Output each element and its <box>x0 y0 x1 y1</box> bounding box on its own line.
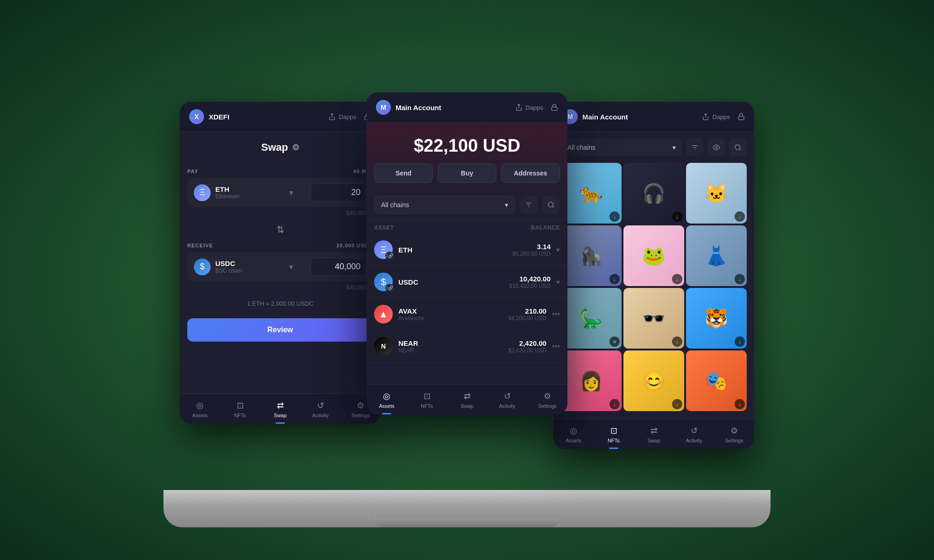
swap-settings-icon[interactable]: ⚙ <box>292 142 299 153</box>
nft-overlay-10: ↓ <box>609 399 620 409</box>
eth-token-icon: Ξ <box>194 184 211 201</box>
avax-asset-row[interactable]: ▲ AVAX Avalanche 210.00 $4,200.00 USD ••… <box>367 298 567 330</box>
widgets-container: X XDEFI Dapps Swap ⚙ <box>166 92 768 440</box>
assets-dapps-btn[interactable]: Dapps <box>515 104 543 111</box>
review-button[interactable]: Review <box>187 318 373 342</box>
swap-direction-arrow[interactable]: ⇅ <box>180 220 381 239</box>
nft-item-5[interactable]: 🐸 ↓ <box>623 225 684 286</box>
svg-line-16 <box>739 149 741 150</box>
pay-token-dropdown[interactable]: ▾ <box>289 188 293 198</box>
chain-filter-btn[interactable] <box>520 196 538 214</box>
svg-line-8 <box>552 206 554 208</box>
share-icon <box>328 113 336 120</box>
nft-item-9[interactable]: 🐯 ↓ <box>686 288 747 349</box>
nft-filter-btn[interactable] <box>686 139 704 156</box>
assets-nav-assets[interactable]: ◎ Assets <box>367 389 407 411</box>
avax-more-icon[interactable]: ••• <box>552 310 560 318</box>
nft-nav-activity[interactable]: ↺ Activity <box>674 424 714 445</box>
nft-item-2[interactable]: 🎧 ↓ <box>623 163 684 224</box>
center-swap-icon: ⇄ <box>464 391 471 401</box>
usdc-expand-icon[interactable]: ▾ <box>556 278 560 287</box>
center-settings-icon: ⚙ <box>544 391 551 401</box>
chain-select[interactable]: All chains ▾ <box>374 196 515 214</box>
usdc-usd: $10,420.00 USD <box>509 283 551 289</box>
avax-usd: $4,200.00 USD <box>508 315 546 322</box>
near-subname: NEAR <box>398 347 502 354</box>
nft-item-6[interactable]: 👗 ↓ <box>686 225 747 286</box>
addresses-button[interactable]: Addresses <box>501 163 560 183</box>
receive-token-dropdown[interactable]: ▾ <box>289 262 293 272</box>
assets-nav-activity[interactable]: ↺ Activity <box>487 389 527 411</box>
send-button[interactable]: Send <box>374 163 433 183</box>
usdc-amount: 10,420.00 <box>509 275 551 283</box>
nft-lock-btn[interactable] <box>737 113 745 120</box>
assets-nav-settings[interactable]: ⚙ Settings <box>527 389 567 411</box>
nft-item-1[interactable]: 🐆 ↓ <box>561 163 622 224</box>
right-assets-label: Assets <box>566 438 581 443</box>
nft-chain-select[interactable]: All chains ▾ <box>561 139 682 156</box>
center-activity-icon: ↺ <box>504 391 511 401</box>
assets-lock-btn[interactable] <box>551 104 558 111</box>
nft-nav-settings[interactable]: ⚙ Settings <box>714 424 754 445</box>
near-icon-wrap: N <box>374 337 393 356</box>
pay-amount-input[interactable] <box>311 183 367 202</box>
nft-nav-nfts[interactable]: ⊡ NFTs <box>594 424 634 445</box>
chain-select-label: All chains <box>381 201 409 209</box>
center-nfts-label: NFTs <box>421 403 433 409</box>
buy-button[interactable]: Buy <box>438 163 496 183</box>
swap-nav-activity[interactable]: ↺ Activity <box>300 399 340 420</box>
swap-nav-nfts[interactable]: ⊡ NFTs <box>220 399 260 420</box>
nft-nav-assets[interactable]: ◎ Assets <box>553 424 594 445</box>
laptop-base <box>163 490 771 527</box>
asset-col-header: ASSET <box>374 224 394 231</box>
usdc-token-chain: BSC chain <box>215 267 284 274</box>
pay-usd: $40,000 <box>187 209 373 220</box>
svg-point-14 <box>715 147 717 148</box>
nft-item-11[interactable]: 😊 ↓ <box>623 350 684 411</box>
eth-expand-icon[interactable]: ▾ <box>556 245 560 254</box>
avax-subname: Avalanche <box>398 315 502 322</box>
lock-icon-center <box>551 104 558 111</box>
swap-dapps-btn[interactable]: Dapps <box>328 113 356 120</box>
swap-nav-assets[interactable]: ◎ Assets <box>180 399 220 420</box>
pay-token-row: Ξ ETH Ethereum ▾ <box>187 178 373 207</box>
usdc-asset-row[interactable]: $ 3🔗 USDC 10,420.00 $10,420.00 USD ▾ <box>367 266 567 298</box>
receive-label: RECEIVE <box>187 239 213 250</box>
assets-nav-swap[interactable]: ⇄ Swap <box>447 389 487 411</box>
nft-item-12[interactable]: 🎭 ↓ <box>686 350 747 411</box>
nft-item-7[interactable]: 🦕 ≡ <box>561 288 622 349</box>
avax-amount: 210.00 <box>508 307 546 315</box>
assets-body: $22,100 USD Send Buy Addresses All chain… <box>367 123 567 384</box>
avax-asset-name: AVAX <box>398 307 502 315</box>
usdc-token-name: USDC <box>215 259 284 267</box>
nft-dapps-btn[interactable]: Dapps <box>702 113 730 120</box>
nft-nav-swap[interactable]: ⇄ Swap <box>634 424 674 445</box>
center-activity-label: Activity <box>499 403 516 409</box>
receive-amount-input[interactable] <box>311 258 367 276</box>
center-assets-icon: ◎ <box>383 391 390 401</box>
nft-item-10[interactable]: 👩 ↓ <box>561 350 622 411</box>
swap-nav-swap[interactable]: ⇄ Swap <box>260 399 300 420</box>
near-asset-row[interactable]: N NEAR NEAR 2,420.00 $2,420.00 USD ••• <box>367 330 567 363</box>
nft-item-8[interactable]: 🕶️ ↓ <box>623 288 684 349</box>
right-activity-label: Activity <box>686 438 702 443</box>
usdc-token-icon: $ <box>194 259 211 275</box>
nft-chain-dropdown-icon: ▾ <box>672 144 676 151</box>
nft-search-btn[interactable] <box>729 139 747 156</box>
search-icon <box>547 201 555 209</box>
chain-filter-bar: All chains ▾ <box>367 190 567 220</box>
nft-widget: M Main Account Dapps All chains <box>553 102 754 449</box>
near-more-icon[interactable]: ••• <box>552 342 560 350</box>
lock-icon-right <box>737 113 745 120</box>
chain-search-btn[interactable] <box>542 196 560 214</box>
eth-asset-row[interactable]: Ξ 2🔗 ETH 3.14 $6,280.00 USD ▾ <box>367 234 567 266</box>
avax-info: AVAX Avalanche <box>398 307 502 322</box>
svg-point-7 <box>548 202 553 207</box>
assets-nav-nfts[interactable]: ⊡ NFTs <box>407 389 447 411</box>
nft-item-4[interactable]: 🦍 ↓ <box>561 225 622 286</box>
nft-item-3[interactable]: 🐱 ↓ <box>686 163 747 224</box>
eye-icon <box>713 144 720 151</box>
swap-nav: ◎ Assets ⊡ NFTs ⇄ Swap ↺ Activity ⚙ Se <box>180 393 381 424</box>
nft-visibility-btn[interactable] <box>708 139 725 156</box>
nft-nav: ◎ Assets ⊡ NFTs ⇄ Swap ↺ Activity ⚙ Se <box>553 419 754 449</box>
